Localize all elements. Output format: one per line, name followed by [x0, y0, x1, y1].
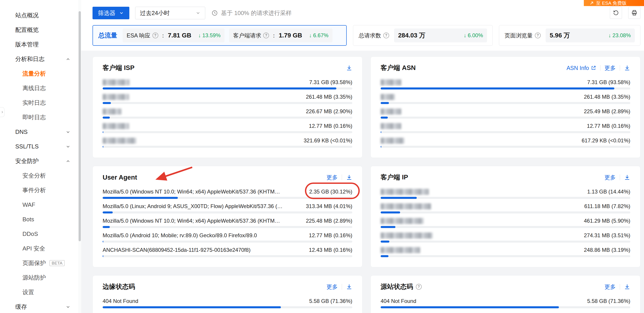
table-row: 617.29 KB (<0.01%) [380, 137, 630, 148]
sidebar-item-event-analysis[interactable]: 事件分析 [0, 183, 78, 197]
time-range-select[interactable]: 过去24小时 [135, 7, 205, 19]
help-icon[interactable]: ? [152, 32, 158, 38]
table-row: 321.69 KB (<0.01%) [102, 137, 352, 148]
sidebar-item-label: 版本管理 [15, 41, 38, 48]
bar-track [380, 197, 630, 199]
download-icon[interactable] [624, 65, 630, 71]
stats-bar: 总流量 ESA 响应 ? ： 7.81 GB ↓13.59% 客户端请求 ? ：… [92, 25, 640, 46]
sidebar-group-cache[interactable]: 缓存 [0, 300, 78, 313]
bar-fill [380, 226, 396, 228]
more-link[interactable]: 更多 [326, 174, 338, 181]
download-icon[interactable] [346, 174, 352, 180]
card-title: 客户端 IP [380, 173, 408, 182]
row-value: 12.77 MB (0.16%) [309, 232, 352, 239]
bar-track [380, 211, 630, 213]
metric-value: 5.96 万 [550, 31, 570, 40]
more-link[interactable]: 更多 [604, 283, 616, 291]
card-title: 客户端 ISP [102, 63, 134, 72]
down-arrow-icon: ↓ [464, 32, 466, 39]
divider [342, 174, 342, 180]
divider [620, 174, 620, 180]
card-title: 边缘状态码 [102, 282, 135, 291]
download-icon[interactable] [346, 284, 352, 290]
sidebar-item-settings[interactable]: 设置 [0, 285, 78, 300]
sidebar-item-config-overview[interactable]: 配置概览 [0, 23, 78, 37]
sidebar-group-ssl-tls[interactable]: SSL/TLS [0, 139, 78, 154]
sidebar-item-security-analysis[interactable]: 安全分析 [0, 168, 78, 183]
table-row: 261.48 MB (3.35%) [102, 93, 352, 104]
card-edge-status: 边缘状态码 更多 404 Not Found5.58 GB (71.36%) [92, 275, 362, 313]
print-button[interactable] [628, 7, 640, 19]
sidebar-item-label: 页面保护 [22, 259, 46, 267]
sidebar-item-offline-logs[interactable]: 离线日志 [0, 81, 78, 96]
sidebar-item-label: WAF [22, 201, 35, 208]
row-value: 261.48 MB (3.35%) [584, 94, 630, 100]
panel-collapse-handle[interactable] [0, 107, 4, 117]
bar-fill [380, 131, 381, 133]
promo-banner[interactable]: 至 ESA 免费版 [584, 0, 644, 6]
download-icon[interactable] [624, 174, 630, 180]
sidebar-item-version-management[interactable]: 版本管理 [0, 37, 78, 52]
download-icon[interactable] [346, 65, 352, 71]
help-icon[interactable]: ? [535, 32, 541, 38]
bar-fill [380, 211, 400, 213]
chevron-down-icon [66, 144, 70, 149]
page-views-metric: 5.96 万 ↓23.08% [546, 28, 635, 42]
sidebar-item-label: 实时日志 [22, 99, 46, 107]
row-value: 12.77 MB (0.16%) [587, 123, 630, 129]
sidebar-item-bots[interactable]: Bots [0, 212, 78, 227]
help-icon[interactable]: ? [383, 32, 389, 38]
redacted-label [102, 79, 130, 85]
sidebar-item-ddos[interactable]: DDoS [0, 227, 78, 241]
metric-delta: ↓6.67% [309, 32, 328, 39]
sidebar-group-dns[interactable]: DNS [0, 125, 78, 139]
metric-value: 7.81 GB [168, 32, 191, 39]
sidebar-item-origin-protection[interactable]: 源站防护 [0, 270, 78, 285]
redacted-label [380, 203, 431, 209]
more-link[interactable]: 更多 [326, 283, 338, 291]
table-row: Mozilla/5.0 (Windows NT 10.0; Win64; x64… [102, 217, 352, 228]
total-traffic-panel[interactable]: 总流量 ESA 响应 ? ： 7.81 GB ↓13.59% 客户端请求 ? ：… [92, 25, 347, 46]
chevron-right-icon [0, 110, 4, 114]
total-requests-panel[interactable]: 总请求数 ? 284.03 万 ↓6.00% [353, 25, 493, 46]
redacted-label [380, 123, 401, 129]
asn-info-link[interactable]: ASN Info [566, 65, 596, 71]
sidebar-group-analytics-logs[interactable]: 分析和日志 [0, 52, 78, 66]
sidebar-item-instant-logs[interactable]: 即时日志 [0, 110, 78, 125]
bar-track [102, 117, 352, 119]
metric-delta-value: 6.00% [468, 32, 483, 39]
more-link[interactable]: 更多 [604, 174, 616, 181]
refresh-button[interactable] [610, 7, 622, 19]
sidebar-item-label: DNS [15, 129, 28, 136]
sidebar-item-site-overview[interactable]: 站点概况 [0, 8, 78, 23]
redacted-label [380, 79, 401, 85]
row-value: 12.43 MB (0.16%) [309, 247, 352, 253]
sidebar-item-label: 事件分析 [22, 186, 46, 194]
bar-track [102, 226, 352, 228]
sidebar-item-label: DDoS [22, 230, 38, 237]
sidebar-group-security[interactable]: 安全防护 [0, 154, 78, 168]
redacted-label [102, 94, 129, 100]
card-origin-status: 源站状态码 ? 更多 404 Not Found5.58 GB (71.36%) [370, 275, 640, 313]
sidebar-item-page-protection[interactable]: 页面保护 BETA [0, 256, 78, 270]
row-value: 2.35 GB (30.12%) [309, 188, 352, 195]
bar-track [102, 131, 352, 133]
sidebar-item-traffic-analysis[interactable]: 流量分析 [0, 66, 78, 81]
filter-button[interactable]: 筛选器 [92, 7, 129, 19]
sidebar-item-label: 安全分析 [22, 172, 46, 180]
total-requests-metric: 284.03 万 ↓6.00% [394, 28, 487, 42]
row-value: 248.86 MB (3.19%) [584, 247, 630, 253]
sidebar-item-waf[interactable]: WAF [0, 197, 78, 212]
more-link[interactable]: 更多 [604, 64, 616, 72]
sidebar-item-api-security[interactable]: API 安全 [0, 241, 78, 256]
sidebar-item-realtime-logs[interactable]: 实时日志 [0, 96, 78, 110]
page-views-panel[interactable]: 页面浏览量 ? 5.96 万 ↓23.08% [499, 25, 640, 46]
download-icon[interactable] [624, 284, 630, 290]
help-icon[interactable]: ? [263, 32, 269, 38]
table-row: 12.77 MB (0.16%) [380, 122, 630, 133]
bar-fill [102, 255, 103, 257]
table-row: 404 Not Found5.58 GB (71.36%) [102, 298, 352, 308]
sidebar: 站点概况 配置概览 版本管理 分析和日志 流量分析 离线日志 实时日志 即时日志… [0, 0, 78, 313]
help-icon[interactable]: ? [416, 284, 422, 290]
sidebar-scrollbar-thumb[interactable] [78, 11, 81, 241]
